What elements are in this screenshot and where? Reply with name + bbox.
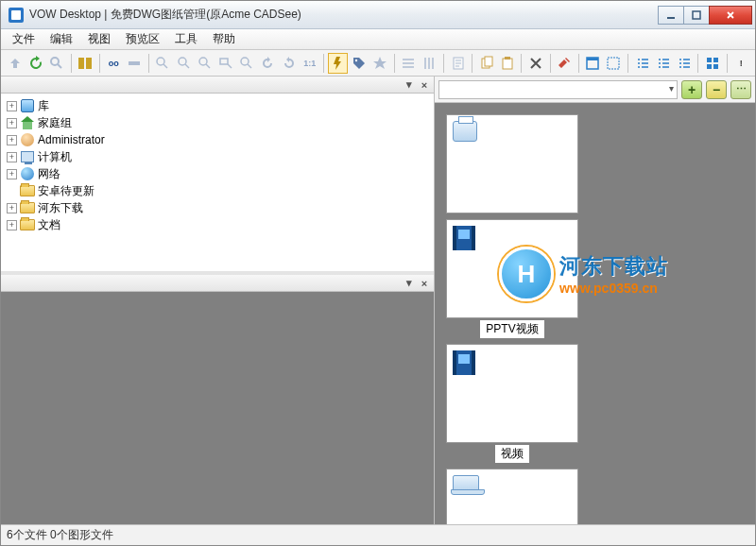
help-icon[interactable]: ! — [731, 53, 751, 74]
thumbnail-item[interactable]: 视频 — [446, 344, 578, 463]
svg-point-6 — [157, 58, 164, 65]
rotate-cw-icon[interactable] — [279, 53, 299, 74]
expand-icon[interactable]: + — [7, 203, 17, 213]
nav-up-icon[interactable] — [5, 53, 25, 74]
window-icon[interactable] — [583, 53, 603, 74]
remove-button[interactable]: − — [706, 80, 727, 99]
svg-rect-23 — [713, 64, 718, 69]
refresh-icon[interactable] — [26, 53, 45, 74]
list1-icon[interactable] — [632, 53, 652, 74]
titlebar: VOW Desktop | 免费DWG图纸管理(原Acme CADSee) — [1, 1, 755, 29]
close-pane-icon[interactable]: × — [418, 78, 431, 92]
zoom-fit-icon[interactable] — [195, 53, 215, 74]
bounds-icon[interactable] — [604, 53, 624, 74]
halign-icon[interactable] — [399, 53, 419, 74]
zoom-in-icon[interactable] — [153, 53, 173, 74]
thumbnail-caption: PPTV视频 — [480, 320, 543, 338]
window-controls — [659, 6, 752, 25]
pin-icon[interactable]: ▾ — [403, 277, 416, 290]
menu-3[interactable]: 预览区 — [118, 28, 167, 50]
svg-point-10 — [241, 58, 249, 65]
pin-icon[interactable]: ▾ — [403, 78, 416, 92]
folder-tree[interactable]: +库+家庭组+Administrator+计算机+网络安卓待更新+河东下载+文档 — [1, 94, 434, 271]
menubar: 文件编辑视图预览区工具帮助 — [1, 29, 755, 50]
hammer-icon[interactable] — [555, 53, 575, 74]
svg-rect-5 — [129, 61, 140, 65]
thumbnail-item[interactable]: PPTV视频 — [446, 219, 578, 338]
highlight-icon[interactable] — [328, 53, 348, 74]
list2-icon[interactable] — [653, 53, 673, 74]
laptop-icon — [453, 475, 479, 492]
close-pane-icon[interactable]: × — [418, 277, 431, 290]
tree-node[interactable]: +计算机 — [3, 148, 432, 165]
expand-icon[interactable]: + — [7, 152, 17, 162]
view-mode-icon[interactable]: oo — [104, 53, 124, 74]
tree-node[interactable]: +库 — [3, 97, 432, 114]
svg-point-2 — [51, 58, 59, 65]
tree-node[interactable]: +河东下载 — [3, 199, 432, 216]
svg-rect-14 — [485, 57, 492, 66]
expand-icon[interactable]: + — [7, 169, 17, 179]
maximize-button[interactable] — [683, 6, 710, 25]
star-icon[interactable] — [370, 53, 390, 74]
path-input[interactable] — [438, 80, 678, 99]
thumbnail-item[interactable] — [446, 469, 578, 524]
close-button[interactable] — [709, 6, 752, 25]
svg-rect-9 — [220, 59, 228, 64]
add-button[interactable]: + — [681, 80, 702, 99]
menu-0[interactable]: 文件 — [5, 28, 43, 50]
thumbnail-item[interactable] — [446, 114, 578, 213]
doc-icon[interactable] — [448, 53, 468, 74]
user-icon — [20, 132, 35, 147]
tree-node[interactable]: +Administrator — [3, 131, 432, 148]
grid-icon[interactable] — [702, 53, 722, 74]
home-icon — [20, 115, 35, 130]
menu-5[interactable]: 帮助 — [205, 28, 243, 50]
search-icon[interactable] — [46, 53, 66, 74]
delete-icon[interactable] — [525, 53, 545, 74]
zoom-out-icon[interactable] — [174, 53, 194, 74]
tree-label: 河东下载 — [38, 200, 83, 216]
app-icon — [9, 8, 24, 23]
menu-2[interactable]: 视图 — [80, 28, 118, 50]
zoom-rect-icon[interactable] — [215, 53, 235, 74]
tree-node[interactable]: +文档 — [3, 216, 432, 233]
panels-icon[interactable] — [75, 53, 94, 74]
tree-node[interactable]: +家庭组 — [3, 114, 432, 131]
lib-icon — [20, 98, 35, 113]
expand-icon[interactable]: + — [7, 101, 17, 111]
minimize-button[interactable] — [658, 6, 684, 25]
folder-icon — [20, 217, 35, 232]
list3-icon[interactable] — [674, 53, 694, 74]
svg-rect-15 — [503, 59, 512, 69]
expand-icon[interactable]: + — [7, 118, 17, 128]
svg-point-7 — [179, 58, 186, 65]
right-column: + − ⋯ H 河东下载站 www.pc0359.cn PPTV视频视频 — [435, 77, 755, 524]
preview-area — [1, 292, 434, 524]
tree-label: 文档 — [38, 217, 60, 233]
thumbnail-view[interactable]: H 河东下载站 www.pc0359.cn PPTV视频视频 — [435, 103, 755, 524]
svg-rect-4 — [86, 58, 92, 69]
valign-icon[interactable] — [420, 53, 439, 74]
tree-node[interactable]: 安卓待更新 — [3, 182, 432, 199]
scale-11-icon[interactable]: 1:1 — [300, 53, 319, 74]
paste-icon[interactable] — [497, 53, 517, 74]
folder-tree-pane: ▾ × +库+家庭组+Administrator+计算机+网络安卓待更新+河东下… — [1, 77, 434, 275]
svg-rect-3 — [78, 58, 84, 69]
more-button[interactable]: ⋯ — [730, 80, 751, 99]
view-toggle-icon[interactable] — [125, 53, 145, 74]
expand-icon[interactable]: + — [7, 135, 17, 145]
svg-rect-0 — [667, 17, 675, 19]
menu-4[interactable]: 工具 — [167, 28, 205, 50]
preview-pane-header: ▾ × — [1, 275, 434, 292]
copy-icon[interactable] — [476, 53, 496, 74]
zoom-all-icon[interactable] — [237, 53, 257, 74]
preview-pane: ▾ × — [1, 275, 434, 524]
tree-node[interactable]: +网络 — [3, 165, 432, 182]
svg-rect-19 — [608, 58, 619, 69]
window-title: VOW Desktop | 免费DWG图纸管理(原Acme CADSee) — [29, 7, 659, 23]
expand-icon[interactable]: + — [7, 220, 17, 230]
menu-1[interactable]: 编辑 — [43, 28, 80, 50]
rotate-ccw-icon[interactable] — [258, 53, 278, 74]
tag-icon[interactable] — [349, 53, 369, 74]
